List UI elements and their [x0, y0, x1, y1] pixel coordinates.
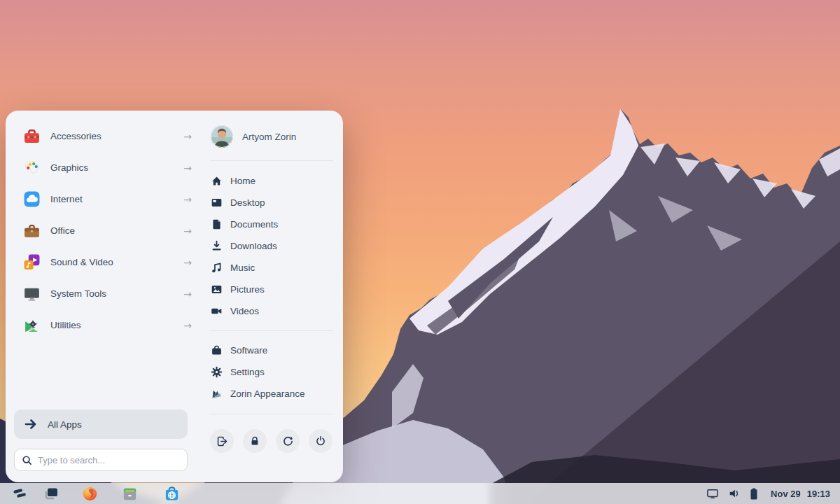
taskbar: Nov 29 19:13	[0, 483, 840, 504]
category-office[interactable]: Office →	[15, 215, 200, 246]
file-manager-icon	[122, 486, 138, 502]
system-tray: Nov 29 19:13	[706, 488, 833, 500]
place-label: Home	[230, 176, 255, 186]
lock-button[interactable]	[243, 429, 267, 453]
place-music[interactable]: Music	[210, 257, 337, 279]
gear-icon	[210, 366, 223, 379]
zorin-appearance-icon	[210, 388, 223, 400]
place-pictures[interactable]: Pictures	[210, 279, 337, 300]
category-label: Internet	[50, 194, 183, 204]
lock-icon	[249, 435, 260, 447]
places-list: Home Desktop Documents Downloads Music	[210, 170, 337, 322]
arrow-right-icon	[24, 417, 38, 431]
battery-icon[interactable]	[750, 488, 758, 500]
place-label: Music	[230, 262, 255, 273]
taskbar-firefox-button[interactable]	[80, 484, 99, 503]
taskbar-zorin-menu-button[interactable]	[7, 484, 32, 503]
search-box	[14, 449, 188, 471]
power-icon	[315, 435, 326, 447]
category-sound-video[interactable]: Sound & Video →	[15, 246, 200, 278]
category-utilities[interactable]: Utilities →	[15, 309, 200, 341]
menu-item-label: Software	[230, 345, 267, 356]
category-accessories[interactable]: Accessories →	[15, 120, 200, 152]
place-home[interactable]: Home	[210, 170, 337, 192]
chevron-right-icon: →	[183, 162, 192, 174]
chevron-right-icon: →	[183, 257, 192, 268]
divider	[210, 330, 333, 331]
software-store-icon	[164, 486, 180, 502]
search-input[interactable]	[38, 455, 180, 465]
menu-item-zorin-appearance[interactable]: Zorin Appearance	[210, 383, 337, 405]
music-note-icon	[210, 262, 223, 274]
place-label: Pictures	[230, 284, 265, 295]
logout-icon	[216, 435, 228, 447]
place-downloads[interactable]: Downloads	[210, 235, 337, 257]
search-icon	[22, 455, 32, 465]
workspaces-icon	[43, 485, 59, 502]
logout-button[interactable]	[210, 429, 234, 453]
palette-icon	[22, 159, 41, 177]
place-desktop[interactable]: Desktop	[210, 192, 337, 214]
power-button[interactable]	[309, 429, 332, 453]
clock-time: 19:13	[807, 489, 830, 499]
download-icon	[210, 240, 223, 253]
menu-right-column: Artyom Zorin Home Desktop Documents	[210, 111, 337, 453]
clock-date: Nov 29	[771, 489, 801, 499]
taskbar-files-button[interactable]	[120, 484, 139, 503]
category-label: Graphics	[50, 162, 183, 173]
session-buttons	[210, 429, 337, 453]
monitor-icon	[22, 285, 41, 303]
firefox-icon	[82, 486, 98, 502]
menu-item-label: Zorin Appearance	[230, 388, 305, 399]
zorin-logo-icon	[11, 486, 28, 501]
category-graphics[interactable]: Graphics →	[15, 152, 200, 183]
home-icon	[210, 175, 223, 188]
category-internet[interactable]: Internet →	[15, 183, 200, 215]
chevron-right-icon: →	[183, 288, 192, 300]
briefcase-icon	[22, 222, 41, 240]
place-videos[interactable]: Videos	[210, 300, 337, 322]
place-label: Videos	[230, 306, 259, 316]
category-list: Accessories → Graphics → Internet →	[15, 120, 200, 341]
menu-item-software[interactable]: Software	[210, 340, 337, 361]
category-label: Utilities	[50, 320, 183, 330]
place-label: Desktop	[230, 197, 265, 208]
volume-icon[interactable]	[728, 488, 741, 499]
user-row: Artyom Zorin	[210, 125, 337, 148]
category-label: Accessories	[50, 131, 183, 141]
taskbar-clock[interactable]: Nov 29 19:13	[771, 489, 833, 499]
document-icon	[210, 218, 223, 231]
chevron-right-icon: →	[183, 131, 192, 142]
chevron-right-icon: →	[183, 225, 192, 237]
category-system-tools[interactable]: System Tools →	[15, 278, 200, 309]
toolbox-icon	[22, 127, 41, 146]
display-icon[interactable]	[706, 488, 719, 499]
video-camera-icon	[210, 305, 223, 318]
menu-item-label: Settings	[230, 367, 265, 377]
place-documents[interactable]: Documents	[210, 214, 337, 235]
taskbar-multitasking-button[interactable]	[41, 484, 62, 503]
place-label: Documents	[230, 219, 278, 230]
category-label: System Tools	[50, 288, 183, 299]
place-label: Downloads	[230, 241, 277, 251]
media-icon	[22, 253, 41, 272]
software-bag-icon	[210, 344, 223, 357]
chevron-right-icon: →	[183, 320, 192, 331]
menu-item-settings[interactable]: Settings	[210, 361, 337, 383]
category-label: Office	[50, 225, 183, 236]
picture-icon	[210, 284, 223, 296]
avatar	[210, 125, 234, 148]
utilities-icon	[22, 316, 41, 335]
divider	[210, 414, 333, 414]
app-menu-panel: Accessories → Graphics → Internet →	[6, 111, 343, 482]
system-items-list: Software Settings Zorin Appearance	[210, 340, 337, 405]
restart-button[interactable]	[276, 429, 300, 453]
category-label: Sound & Video	[50, 257, 183, 267]
cloud-icon	[22, 190, 41, 209]
taskbar-software-store-button[interactable]	[162, 484, 181, 503]
user-name: Artyom Zorin	[242, 132, 296, 142]
restart-icon	[282, 435, 294, 447]
chevron-right-icon: →	[183, 194, 192, 205]
all-apps-button[interactable]: All Apps	[14, 410, 188, 439]
desktop-icon	[210, 197, 223, 209]
